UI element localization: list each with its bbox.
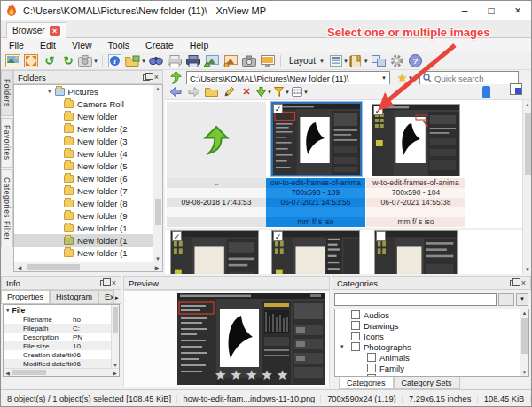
sidebar-tab-favorites[interactable]: Favorites <box>1 118 13 168</box>
scroll-right-icon[interactable]: ▶ <box>112 370 118 376</box>
export-images-icon[interactable] <box>222 53 239 69</box>
category-row[interactable]: ▾ Audios <box>335 309 528 320</box>
forward-icon[interactable] <box>185 85 201 99</box>
rating-stars[interactable]: ★★★★★ <box>215 367 288 383</box>
view-mode-icon[interactable]: ▼ <box>292 85 309 99</box>
layout-button[interactable]: Layout ▼ <box>285 53 329 69</box>
float-panel-icon[interactable] <box>510 280 517 286</box>
tree-item[interactable]: New folder (5 <box>14 160 162 172</box>
info-vertical-scrollbar[interactable]: ▼ <box>111 305 119 368</box>
tree-item[interactable]: New folder <box>14 110 162 122</box>
scroll-right-icon[interactable]: ▶ <box>153 264 160 270</box>
star-icon[interactable]: ★ <box>277 367 288 383</box>
rotate-left-icon[interactable]: ↺ <box>41 53 59 69</box>
tree-vertical-scrollbar[interactable]: ▲ ▼ <box>153 85 162 262</box>
info-row[interactable]: Creation date/time 06 <box>4 350 119 359</box>
tree-item[interactable]: New folder (9 <box>14 209 162 222</box>
sort-icon[interactable]: ▼ <box>256 85 272 99</box>
menu-item[interactable]: File <box>1 40 32 51</box>
rotate-right-icon[interactable]: ↻ <box>59 53 77 69</box>
tab-histogram[interactable]: Histogram <box>50 290 98 303</box>
screen-capture-icon[interactable] <box>259 53 277 69</box>
category-row[interactable]: ▾ Icons <box>335 331 528 341</box>
tab-category-sets[interactable]: Category Sets <box>394 377 460 389</box>
tree-item[interactable]: New folder (1 <box>14 234 162 247</box>
close-panel-icon[interactable]: × <box>112 278 116 287</box>
thumbnail-row2-1[interactable] <box>170 230 259 274</box>
category-checkbox[interactable] <box>351 332 360 340</box>
info-row[interactable]: File size 10 <box>4 341 119 350</box>
thumbnail-row2-3-checkbox[interactable] <box>376 231 386 241</box>
address-combobox[interactable]: C:\Users\KOMAL\Pictures\New folder (11)\… <box>186 71 390 85</box>
thumbnail-1-checkbox[interactable]: ✓ <box>273 104 283 113</box>
up-one-level-icon[interactable] <box>167 70 184 85</box>
thumbnail-row2-1-checkbox[interactable]: ✓ <box>172 231 182 241</box>
tab-exiftool[interactable]: Ex <box>98 290 114 303</box>
sidebar-tab-categories-filter[interactable]: Categories Filter <box>1 169 13 247</box>
thumbnail-row2-2[interactable] <box>271 230 360 274</box>
category-row[interactable]: ▾ Animals <box>335 352 528 363</box>
category-row[interactable]: ▾ Family <box>335 363 528 373</box>
tree-item[interactable]: New folder (1 <box>14 222 162 234</box>
delete-icon[interactable]: ✕ <box>239 85 254 99</box>
menu-item[interactable]: Edit <box>32 40 64 51</box>
preview-image[interactable]: ★★★★★ <box>177 293 325 385</box>
star-icon[interactable]: ★ <box>261 367 272 383</box>
info-row[interactable]: Filepath C: <box>4 324 119 333</box>
category-checkbox[interactable] <box>367 353 376 362</box>
tree-item[interactable]: Camera Roll <box>14 98 162 110</box>
thumbnail-row2-3[interactable] <box>374 230 458 274</box>
open-with-icon[interactable]: ▼ <box>125 53 146 69</box>
chevron-down-icon[interactable]: ▾ <box>48 88 51 95</box>
sort-by-icon[interactable]: ▼ <box>330 53 348 69</box>
categories-vertical-scrollbar[interactable]: ▲ ▼ <box>520 309 528 376</box>
print-dark-icon[interactable] <box>184 53 202 69</box>
tree-item[interactable]: New folder (7 <box>14 184 162 197</box>
tree-item[interactable]: New folder (6 <box>14 172 162 184</box>
tree-horizontal-scrollbar[interactable]: ◀ ▶ <box>14 262 162 271</box>
tree-item[interactable]: New folder (3 <box>14 135 162 147</box>
info-row[interactable]: Modified date/time 06 <box>4 359 119 368</box>
scroll-down-icon[interactable]: ▼ <box>520 370 528 375</box>
thumbnail-image-1[interactable] <box>271 102 362 176</box>
sidebar-tab-folders[interactable]: Folders <box>1 70 13 116</box>
fullscreen-icon[interactable] <box>22 53 40 69</box>
star-icon[interactable]: ★ <box>230 367 241 383</box>
print-icon[interactable] <box>166 53 184 69</box>
scroll-down-icon[interactable]: ▼ <box>523 267 532 272</box>
tree-item[interactable]: New folder (8 <box>14 197 162 209</box>
scroll-left-icon[interactable]: ◀ <box>4 370 11 376</box>
star-icon[interactable]: ★ <box>215 367 226 383</box>
info-row[interactable]: Description PN <box>4 333 119 341</box>
scroll-up-icon[interactable]: ▲ <box>153 86 162 91</box>
info-row[interactable]: Filename ho <box>4 315 119 324</box>
menu-item[interactable]: View <box>64 40 100 51</box>
maximize-button[interactable]: □ <box>478 1 505 20</box>
browse-icon[interactable] <box>4 53 21 69</box>
category-search-input[interactable] <box>334 293 497 306</box>
tab-categories[interactable]: Categories <box>339 377 394 389</box>
search-icon[interactable] <box>147 53 165 69</box>
tab-close-icon[interactable]: × <box>50 26 60 36</box>
category-more-button[interactable]: ... <box>498 293 514 306</box>
minimize-button[interactable]: – <box>451 1 478 20</box>
tab-scroll-right-icon[interactable]: ▸ <box>114 294 121 303</box>
category-checkbox[interactable] <box>351 342 360 351</box>
import-images-icon[interactable] <box>203 53 221 69</box>
tree-item[interactable]: New folder (4 <box>14 147 162 160</box>
category-checkbox[interactable] <box>351 310 360 319</box>
tree-item[interactable]: New folder (2 <box>14 122 162 135</box>
scroll-left-icon[interactable]: ◀ <box>16 264 23 270</box>
back-icon[interactable] <box>168 85 184 99</box>
chevron-down-icon[interactable]: ▼ <box>516 293 528 306</box>
scroll-up-icon[interactable]: ▲ <box>520 310 528 316</box>
menu-item[interactable]: Tools <box>100 40 138 51</box>
close-button[interactable]: × <box>505 1 531 20</box>
parent-folder-cell[interactable] <box>167 102 266 178</box>
scroll-up-icon[interactable]: ▲ <box>523 102 532 107</box>
close-panel-icon[interactable]: × <box>154 73 159 82</box>
tree-root-pictures[interactable]: ▾ Pictures <box>14 85 162 98</box>
browser-vertical-scrollbar[interactable]: ▲ ▼ <box>522 100 532 274</box>
menu-item[interactable]: Create <box>137 40 182 51</box>
tab-browser[interactable]: Browser × <box>6 22 66 38</box>
